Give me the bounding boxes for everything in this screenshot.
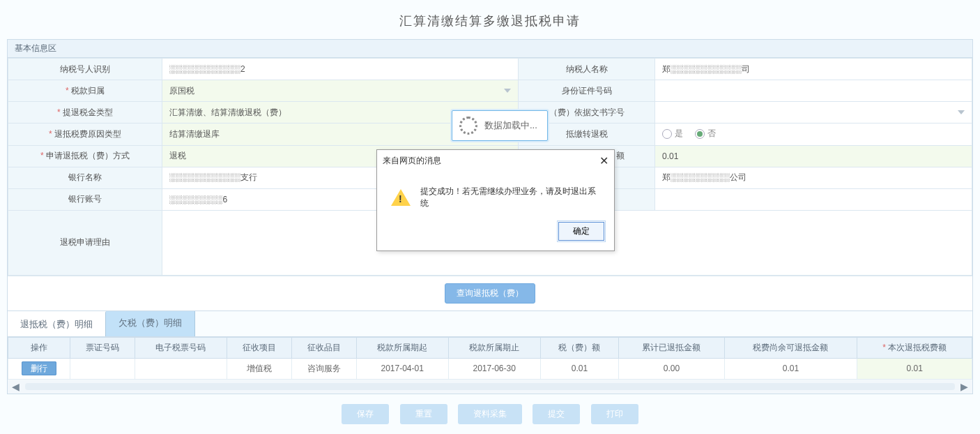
val-idcard[interactable] bbox=[655, 80, 972, 102]
select-tax-belong[interactable]: 原国税 bbox=[162, 80, 519, 102]
col-from: 税款所属期起 bbox=[356, 337, 448, 358]
cell-to: 2017-06-30 bbox=[448, 358, 540, 379]
loading-text: 数据加载中... bbox=[484, 119, 537, 132]
loading-indicator: 数据加载中... bbox=[452, 110, 548, 141]
table-row: 删行 增值税 咨询服务 2017-04-01 2017-06-30 0.01 0… bbox=[8, 358, 972, 379]
cell-cert[interactable] bbox=[70, 358, 135, 379]
tab-owe-detail[interactable]: 欠税（费）明细 bbox=[106, 311, 195, 336]
section-header: 基本信息区 bbox=[8, 40, 972, 58]
dialog-title: 来自网页的消息 bbox=[383, 155, 441, 167]
cell-from: 2017-04-01 bbox=[356, 358, 448, 379]
val-taxpayer-name: 郑░░░░░░░░░░░░司 bbox=[655, 59, 972, 80]
chevron-down-icon bbox=[958, 110, 965, 114]
col-op: 操作 bbox=[8, 337, 70, 358]
lbl-bank-acct: 银行账号 bbox=[8, 188, 162, 210]
alert-dialog: 来自网页的消息 ✕ 提交成功！若无需继续办理业务，请及时退出系统 确定 bbox=[376, 149, 615, 251]
footer-actions: 保存 重置 资料采集 提交 打印 bbox=[0, 404, 980, 424]
scroll-track[interactable] bbox=[25, 383, 955, 390]
col-subitem: 征收品目 bbox=[291, 337, 356, 358]
val-acct-name: 郑░░░░░░░░░░公司 bbox=[655, 167, 972, 188]
submit-button[interactable]: 提交 bbox=[533, 404, 580, 424]
val-apply-amt: 0.01 bbox=[655, 145, 972, 167]
lbl-refund-kind: * 提退税金类型 bbox=[8, 102, 162, 124]
collect-button[interactable]: 资料采集 bbox=[458, 404, 522, 424]
lbl-taxpayer-id: 纳税号人识别 bbox=[8, 59, 162, 80]
col-amount: 税（费）额 bbox=[540, 337, 618, 358]
lbl-method: * 申请退抵税（费）方式 bbox=[8, 145, 162, 167]
lbl-reason-text: 退税申请理由 bbox=[8, 210, 162, 275]
tab-refund-detail[interactable]: 退抵税（费）明细 bbox=[8, 311, 106, 336]
delete-row-button[interactable]: 删行 bbox=[22, 361, 56, 375]
page-title: 汇算清缴结算多缴退抵税申请 bbox=[0, 0, 980, 39]
cell-remain: 0.01 bbox=[724, 358, 857, 379]
print-button[interactable]: 打印 bbox=[591, 404, 638, 424]
col-this: * 本次退抵税费额 bbox=[857, 337, 972, 358]
val-doc-no[interactable] bbox=[655, 102, 972, 124]
warning-icon bbox=[391, 189, 411, 206]
cell-item[interactable]: 增值税 bbox=[227, 358, 291, 379]
cell-eticket[interactable] bbox=[135, 358, 227, 379]
col-item: 征收项目 bbox=[227, 337, 291, 358]
dialog-ok-button[interactable]: 确定 bbox=[558, 222, 604, 241]
reset-button[interactable]: 重置 bbox=[400, 404, 447, 424]
col-to: 税款所属期止 bbox=[448, 337, 540, 358]
lbl-reason-type: * 退抵税费原因类型 bbox=[8, 124, 162, 146]
lbl-bank-name: 银行名称 bbox=[8, 167, 162, 188]
horizontal-scrollbar[interactable]: ◀ ▶ bbox=[8, 380, 972, 394]
dialog-message: 提交成功！若无需继续办理业务，请及时退出系统 bbox=[420, 186, 600, 209]
val-taxpayer-id: ░░░░░░░░░░░░2 bbox=[162, 59, 519, 80]
query-refund-button[interactable]: 查询退抵税（费） bbox=[445, 283, 535, 304]
detail-tabs: 退抵税（费）明细 欠税（费）明细 bbox=[7, 311, 973, 336]
cell-amount: 0.01 bbox=[540, 358, 618, 379]
scroll-right-icon[interactable]: ▶ bbox=[960, 381, 968, 392]
col-cert: 票证号码 bbox=[70, 337, 135, 358]
lbl-taxpayer-name: 纳税人名称 bbox=[519, 59, 655, 80]
cell-refunded: 0.00 bbox=[619, 358, 725, 379]
scroll-left-icon[interactable]: ◀ bbox=[12, 381, 20, 392]
query-bar: 查询退抵税（费） bbox=[8, 276, 972, 310]
lbl-tax-belong: * 税款归属 bbox=[8, 80, 162, 102]
detail-grid: 操作 票证号码 电子税票号码 征收项目 征收品目 税款所属期起 税款所属期止 税… bbox=[7, 336, 973, 394]
radio-group-offset: 是 否 bbox=[655, 124, 972, 146]
col-remain: 税费尚余可退抵金额 bbox=[724, 337, 857, 358]
cell-subitem[interactable]: 咨询服务 bbox=[291, 358, 356, 379]
col-eticket: 电子税票号码 bbox=[135, 337, 227, 358]
cell-this-time[interactable]: 0.01 bbox=[857, 358, 972, 379]
lbl-idcard: 身份证件号码 bbox=[519, 80, 655, 102]
radio-yes[interactable]: 是 bbox=[662, 128, 683, 140]
spinner-icon bbox=[459, 117, 477, 135]
col-refunded: 累计已退抵金额 bbox=[619, 337, 725, 358]
close-icon[interactable]: ✕ bbox=[599, 154, 608, 167]
save-button[interactable]: 保存 bbox=[342, 404, 389, 424]
chevron-down-icon bbox=[504, 89, 511, 93]
radio-no[interactable]: 否 bbox=[695, 128, 716, 140]
